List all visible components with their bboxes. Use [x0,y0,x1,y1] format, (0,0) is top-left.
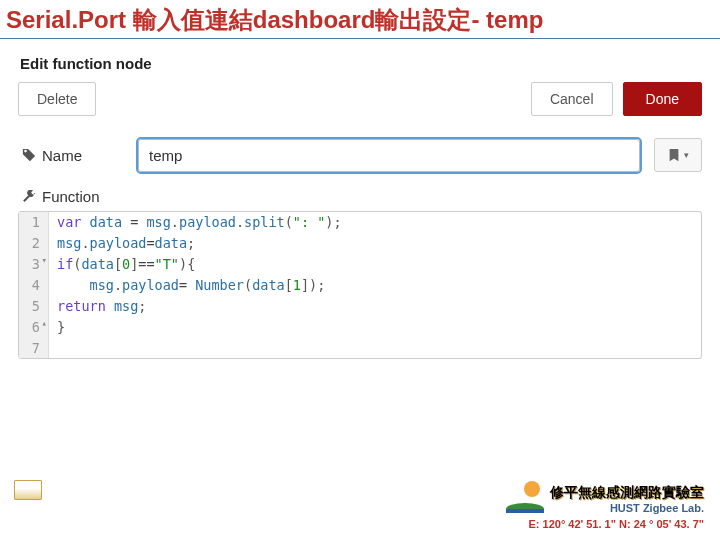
function-label: Function [18,188,138,205]
gutter: 6▴ [19,317,49,338]
gutter: 2 [19,233,49,254]
lab-name-zh: 修平無線感測網路實驗室 [550,484,704,502]
delete-button[interactable]: Delete [18,82,96,116]
footer-coords: E: 120° 42' 51. 1" N: 24 ° 05' 43. 7" [506,518,704,530]
code-line[interactable]: 3▾if(data[0]=="T"){ [19,254,701,275]
footer: 修平無線感測網路實驗室 HUST Zigbee Lab. E: 120° 42'… [506,484,704,530]
bookmark-icon [667,148,681,162]
function-row: Function [18,188,702,205]
footer-decoration [14,480,42,500]
code-text[interactable]: msg.payload= Number(data[1]); [49,275,325,296]
fold-icon[interactable]: ▴ [42,317,47,331]
tag-icon [22,148,36,162]
code-text[interactable]: } [49,317,65,338]
code-text[interactable] [49,338,57,359]
code-text[interactable]: if(data[0]=="T"){ [49,254,195,275]
gutter: 5 [19,296,49,317]
lab-name-en: HUST Zigbee Lab. [550,502,704,514]
edit-panel: Edit function node Delete Cancel Done Na… [18,49,702,359]
name-label-text: Name [42,147,82,164]
name-input[interactable]: temp [138,139,640,172]
code-line[interactable]: 5return msg; [19,296,701,317]
code-line[interactable]: 7 [19,338,701,359]
code-line[interactable]: 6▴} [19,317,701,338]
wrench-icon [22,190,36,204]
gutter: 4 [19,275,49,296]
code-text[interactable]: msg.payload=data; [49,233,195,254]
name-row: Name temp ▾ [18,138,702,172]
slide-title: Serial.Port 輸入值連結dashboard輸出設定- temp [0,0,720,39]
button-row: Delete Cancel Done [18,82,702,116]
gutter: 3▾ [19,254,49,275]
bookmark-dropdown-button[interactable]: ▾ [654,138,702,172]
done-button[interactable]: Done [623,82,702,116]
gutter: 7 [19,338,49,359]
fold-icon[interactable]: ▾ [42,254,47,268]
name-label: Name [18,147,138,164]
panel-header: Edit function node [18,49,702,82]
code-line[interactable]: 1var data = msg.payload.split(": "); [19,212,701,233]
lab-logo [506,485,544,513]
cancel-button[interactable]: Cancel [531,82,613,116]
gutter: 1 [19,212,49,233]
code-line[interactable]: 4 msg.payload= Number(data[1]); [19,275,701,296]
code-line[interactable]: 2msg.payload=data; [19,233,701,254]
code-text[interactable]: var data = msg.payload.split(": "); [49,212,342,233]
code-text[interactable]: return msg; [49,296,146,317]
code-editor[interactable]: 1var data = msg.payload.split(": ");2msg… [18,211,702,359]
caret-down-icon: ▾ [684,150,689,160]
function-label-text: Function [42,188,100,205]
